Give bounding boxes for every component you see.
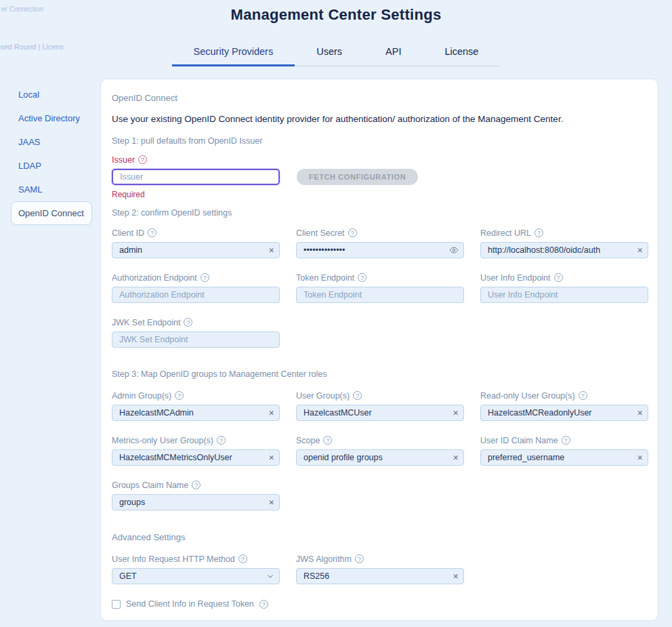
- sidebar-item-local[interactable]: Local: [11, 83, 92, 106]
- help-icon[interactable]: [534, 228, 543, 237]
- admin-groups-input[interactable]: [112, 405, 280, 421]
- field-redirect-url: Redirect URL: [480, 228, 648, 258]
- user-id-claim-name-input[interactable]: [480, 449, 648, 466]
- send-client-info-checkbox[interactable]: [112, 600, 121, 609]
- openid-connect-panel: OpenID Connect Use your existing OpenID …: [100, 79, 658, 621]
- send-client-info-label: Send Client Info in Request Token: [126, 599, 254, 609]
- field-admin-groups: Admin Group(s): [112, 391, 280, 421]
- jws-algorithm-input[interactable]: [296, 568, 464, 584]
- http-method-select[interactable]: [112, 568, 280, 584]
- field-user-groups: User Group(s): [296, 391, 464, 421]
- client-secret-input[interactable]: [296, 242, 464, 258]
- help-icon[interactable]: [259, 600, 268, 609]
- chevron-down-icon[interactable]: [266, 572, 274, 580]
- tab-users[interactable]: Users: [295, 41, 364, 66]
- help-icon[interactable]: [562, 436, 570, 445]
- security-provider-sidebar: Local Active Directory JAAS LDAP SAML Op…: [11, 83, 92, 225]
- clear-icon[interactable]: [453, 409, 459, 417]
- issuer-input[interactable]: [112, 169, 280, 185]
- authorization-endpoint-input[interactable]: [112, 287, 280, 303]
- user-groups-input[interactable]: [296, 405, 464, 421]
- issuer-input-wrap: [112, 169, 280, 185]
- help-icon[interactable]: [579, 391, 587, 400]
- step-1-heading: Step 1: pull defaults from OpenID Issuer: [112, 136, 647, 146]
- token-endpoint-input[interactable]: [296, 287, 464, 303]
- eye-icon[interactable]: [449, 245, 459, 255]
- help-icon[interactable]: [192, 481, 201, 489]
- scope-input[interactable]: [296, 449, 464, 466]
- background-text-fragment: sed Round | Licens: [0, 43, 64, 51]
- advanced-settings-heading: Advanced Settings: [112, 532, 647, 542]
- tab-bar: Security Providers Users API License: [0, 41, 672, 66]
- field-client-secret: Client Secret: [296, 228, 464, 258]
- field-user-id-claim-name: User ID Claim Name: [480, 436, 648, 466]
- tab-license[interactable]: License: [423, 41, 500, 66]
- clear-icon[interactable]: [637, 247, 643, 254]
- page-title: Management Center Settings: [0, 0, 672, 24]
- help-icon[interactable]: [554, 273, 563, 282]
- field-authorization-endpoint: Authorization Endpoint: [112, 273, 280, 303]
- panel-description: Use your existing OpenID Connect identit…: [112, 114, 647, 124]
- step-3-heading: Step 3: Map OpenID groups to Management …: [112, 369, 647, 379]
- help-icon[interactable]: [358, 273, 366, 282]
- jwk-set-endpoint-input[interactable]: [112, 331, 280, 348]
- clear-icon[interactable]: [268, 247, 274, 254]
- panel-heading: OpenID Connect: [112, 93, 647, 103]
- clear-icon[interactable]: [637, 409, 643, 417]
- help-icon[interactable]: [353, 391, 362, 400]
- clear-icon[interactable]: [268, 499, 274, 506]
- field-user-info-endpoint: User Info Endpoint: [480, 273, 648, 303]
- help-icon[interactable]: [138, 155, 147, 164]
- metrics-only-user-groups-input[interactable]: [112, 449, 280, 466]
- tab-security-providers[interactable]: Security Providers: [172, 41, 295, 66]
- background-text-fragment: er Connection: [1, 5, 43, 13]
- readonly-user-groups-input[interactable]: [480, 405, 648, 421]
- help-icon[interactable]: [355, 554, 364, 563]
- field-token-endpoint: Token Endpoint: [296, 273, 464, 303]
- issuer-label: Issuer: [112, 155, 647, 165]
- help-icon[interactable]: [201, 273, 209, 282]
- sidebar-item-openid-connect[interactable]: OpenID Connect: [11, 201, 92, 225]
- step-2-heading: Step 2: confirm OpenID settings: [112, 208, 647, 218]
- clear-icon[interactable]: [268, 454, 274, 462]
- help-icon[interactable]: [323, 436, 332, 445]
- sidebar-item-ldap[interactable]: LDAP: [11, 154, 92, 178]
- field-groups-claim-name: Groups Claim Name: [112, 481, 280, 510]
- sidebar-item-jaas[interactable]: JAAS: [11, 130, 92, 154]
- user-info-endpoint-input[interactable]: [480, 287, 648, 303]
- clear-icon[interactable]: [268, 409, 274, 417]
- field-jws-algorithm: JWS Algorithm: [296, 554, 464, 584]
- sidebar-item-active-directory[interactable]: Active Directory: [11, 106, 92, 130]
- field-metrics-only-user-groups: Metrics-only User Group(s): [112, 436, 280, 466]
- redirect-url-input[interactable]: [480, 242, 648, 258]
- help-icon[interactable]: [148, 228, 156, 237]
- sidebar-item-saml[interactable]: SAML: [11, 178, 92, 201]
- send-client-info-row: Send Client Info in Request Token: [112, 599, 647, 609]
- help-icon[interactable]: [184, 318, 192, 327]
- field-client-id: Client ID: [112, 228, 280, 258]
- help-icon[interactable]: [348, 228, 357, 237]
- help-icon[interactable]: [217, 436, 226, 445]
- clear-icon[interactable]: [453, 454, 459, 462]
- field-jwk-set-endpoint: JWK Set Endpoint: [112, 318, 280, 348]
- field-user-info-request-http-method: User Info Request HTTP Method: [112, 554, 280, 584]
- fetch-configuration-button[interactable]: FETCH CONFIGURATION: [297, 169, 418, 185]
- help-icon[interactable]: [175, 391, 184, 400]
- clear-icon[interactable]: [453, 573, 459, 580]
- help-icon[interactable]: [238, 554, 247, 563]
- tab-api[interactable]: API: [364, 41, 423, 66]
- client-id-input[interactable]: [112, 242, 280, 258]
- groups-claim-name-input[interactable]: [112, 494, 280, 510]
- field-scope: Scope: [296, 436, 464, 466]
- issuer-required-error: Required: [112, 190, 647, 199]
- clear-icon[interactable]: [637, 454, 643, 462]
- field-readonly-user-groups: Read-only User Group(s): [480, 391, 648, 421]
